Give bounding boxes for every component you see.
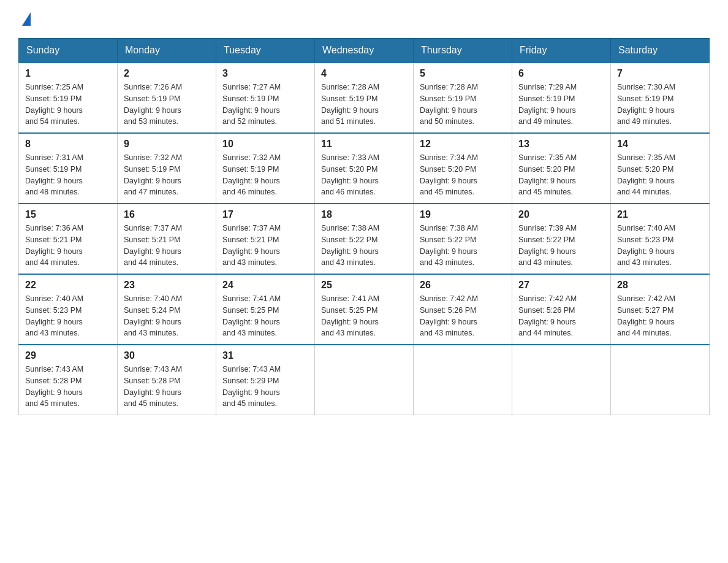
calendar-cell: 9 Sunrise: 7:32 AM Sunset: 5:19 PM Dayli… <box>118 133 216 204</box>
day-info: Sunrise: 7:34 AM Sunset: 5:20 PM Dayligh… <box>420 152 506 198</box>
day-info: Sunrise: 7:39 AM Sunset: 5:22 PM Dayligh… <box>518 223 604 269</box>
calendar-cell: 23 Sunrise: 7:40 AM Sunset: 5:24 PM Dayl… <box>118 274 216 345</box>
day-info: Sunrise: 7:30 AM Sunset: 5:19 PM Dayligh… <box>617 82 703 128</box>
calendar-cell: 7 Sunrise: 7:30 AM Sunset: 5:19 PM Dayli… <box>611 63 710 133</box>
page-header <box>18 12 710 26</box>
day-number: 27 <box>518 280 604 291</box>
calendar-cell: 25 Sunrise: 7:41 AM Sunset: 5:25 PM Dayl… <box>315 274 414 345</box>
column-header-friday: Friday <box>512 39 611 63</box>
day-info: Sunrise: 7:43 AM Sunset: 5:29 PM Dayligh… <box>222 364 308 410</box>
column-header-sunday: Sunday <box>19 39 118 63</box>
day-number: 28 <box>617 280 703 291</box>
calendar-cell: 2 Sunrise: 7:26 AM Sunset: 5:19 PM Dayli… <box>118 63 216 133</box>
day-number: 22 <box>25 280 111 291</box>
logo <box>18 12 36 26</box>
calendar-cell: 21 Sunrise: 7:40 AM Sunset: 5:23 PM Dayl… <box>611 204 710 274</box>
day-number: 2 <box>124 68 210 79</box>
calendar-cell: 14 Sunrise: 7:35 AM Sunset: 5:20 PM Dayl… <box>611 133 710 204</box>
day-number: 11 <box>321 139 407 150</box>
day-info: Sunrise: 7:37 AM Sunset: 5:21 PM Dayligh… <box>124 223 210 269</box>
calendar-cell: 15 Sunrise: 7:36 AM Sunset: 5:21 PM Dayl… <box>19 204 118 274</box>
column-header-monday: Monday <box>118 39 216 63</box>
day-info: Sunrise: 7:36 AM Sunset: 5:21 PM Dayligh… <box>25 223 111 269</box>
day-info: Sunrise: 7:37 AM Sunset: 5:21 PM Dayligh… <box>222 223 308 269</box>
day-info: Sunrise: 7:33 AM Sunset: 5:20 PM Dayligh… <box>321 152 407 198</box>
day-info: Sunrise: 7:41 AM Sunset: 5:25 PM Dayligh… <box>321 293 407 339</box>
day-info: Sunrise: 7:31 AM Sunset: 5:19 PM Dayligh… <box>25 152 111 198</box>
column-header-tuesday: Tuesday <box>216 39 315 63</box>
day-info: Sunrise: 7:32 AM Sunset: 5:19 PM Dayligh… <box>222 152 308 198</box>
day-number: 14 <box>617 139 703 150</box>
day-number: 8 <box>25 139 111 150</box>
week-row-1: 1 Sunrise: 7:25 AM Sunset: 5:19 PM Dayli… <box>19 63 710 133</box>
calendar-cell <box>315 345 414 415</box>
day-number: 17 <box>222 209 308 220</box>
calendar-cell: 19 Sunrise: 7:38 AM Sunset: 5:22 PM Dayl… <box>414 204 512 274</box>
day-number: 21 <box>617 209 703 220</box>
calendar-cell: 30 Sunrise: 7:43 AM Sunset: 5:28 PM Dayl… <box>118 345 216 415</box>
day-number: 24 <box>222 280 308 291</box>
calendar-cell: 10 Sunrise: 7:32 AM Sunset: 5:19 PM Dayl… <box>216 133 315 204</box>
calendar-cell <box>414 345 512 415</box>
day-number: 7 <box>617 68 703 79</box>
day-number: 18 <box>321 209 407 220</box>
logo-triangle-icon <box>22 12 31 26</box>
day-info: Sunrise: 7:42 AM Sunset: 5:26 PM Dayligh… <box>420 293 506 339</box>
day-number: 9 <box>124 139 210 150</box>
day-info: Sunrise: 7:40 AM Sunset: 5:24 PM Dayligh… <box>124 293 210 339</box>
calendar-table: SundayMondayTuesdayWednesdayThursdayFrid… <box>18 38 710 415</box>
calendar-cell: 31 Sunrise: 7:43 AM Sunset: 5:29 PM Dayl… <box>216 345 315 415</box>
day-info: Sunrise: 7:43 AM Sunset: 5:28 PM Dayligh… <box>25 364 111 410</box>
day-info: Sunrise: 7:40 AM Sunset: 5:23 PM Dayligh… <box>617 223 703 269</box>
calendar-cell: 4 Sunrise: 7:28 AM Sunset: 5:19 PM Dayli… <box>315 63 414 133</box>
calendar-cell: 24 Sunrise: 7:41 AM Sunset: 5:25 PM Dayl… <box>216 274 315 345</box>
day-number: 3 <box>222 68 308 79</box>
day-info: Sunrise: 7:25 AM Sunset: 5:19 PM Dayligh… <box>25 82 111 128</box>
day-info: Sunrise: 7:42 AM Sunset: 5:27 PM Dayligh… <box>617 293 703 339</box>
calendar-cell: 28 Sunrise: 7:42 AM Sunset: 5:27 PM Dayl… <box>611 274 710 345</box>
day-number: 26 <box>420 280 506 291</box>
day-number: 16 <box>124 209 210 220</box>
day-number: 5 <box>420 68 506 79</box>
day-info: Sunrise: 7:26 AM Sunset: 5:19 PM Dayligh… <box>124 82 210 128</box>
column-header-saturday: Saturday <box>611 39 710 63</box>
calendar-cell: 3 Sunrise: 7:27 AM Sunset: 5:19 PM Dayli… <box>216 63 315 133</box>
week-row-5: 29 Sunrise: 7:43 AM Sunset: 5:28 PM Dayl… <box>19 345 710 415</box>
day-number: 6 <box>518 68 604 79</box>
day-number: 19 <box>420 209 506 220</box>
calendar-cell: 8 Sunrise: 7:31 AM Sunset: 5:19 PM Dayli… <box>19 133 118 204</box>
day-number: 12 <box>420 139 506 150</box>
column-header-wednesday: Wednesday <box>315 39 414 63</box>
day-info: Sunrise: 7:38 AM Sunset: 5:22 PM Dayligh… <box>420 223 506 269</box>
day-number: 23 <box>124 280 210 291</box>
day-info: Sunrise: 7:29 AM Sunset: 5:19 PM Dayligh… <box>518 82 604 128</box>
week-row-2: 8 Sunrise: 7:31 AM Sunset: 5:19 PM Dayli… <box>19 133 710 204</box>
calendar-cell: 6 Sunrise: 7:29 AM Sunset: 5:19 PM Dayli… <box>512 63 611 133</box>
calendar-cell: 26 Sunrise: 7:42 AM Sunset: 5:26 PM Dayl… <box>414 274 512 345</box>
calendar-cell: 18 Sunrise: 7:38 AM Sunset: 5:22 PM Dayl… <box>315 204 414 274</box>
calendar-cell: 20 Sunrise: 7:39 AM Sunset: 5:22 PM Dayl… <box>512 204 611 274</box>
day-info: Sunrise: 7:40 AM Sunset: 5:23 PM Dayligh… <box>25 293 111 339</box>
week-row-3: 15 Sunrise: 7:36 AM Sunset: 5:21 PM Dayl… <box>19 204 710 274</box>
day-number: 25 <box>321 280 407 291</box>
day-number: 4 <box>321 68 407 79</box>
day-info: Sunrise: 7:28 AM Sunset: 5:19 PM Dayligh… <box>321 82 407 128</box>
calendar-cell: 16 Sunrise: 7:37 AM Sunset: 5:21 PM Dayl… <box>118 204 216 274</box>
calendar-cell: 5 Sunrise: 7:28 AM Sunset: 5:19 PM Dayli… <box>414 63 512 133</box>
calendar-cell <box>611 345 710 415</box>
calendar-cell: 17 Sunrise: 7:37 AM Sunset: 5:21 PM Dayl… <box>216 204 315 274</box>
column-header-thursday: Thursday <box>414 39 512 63</box>
calendar-header-row: SundayMondayTuesdayWednesdayThursdayFrid… <box>19 39 710 63</box>
calendar-cell: 22 Sunrise: 7:40 AM Sunset: 5:23 PM Dayl… <box>19 274 118 345</box>
calendar-cell: 12 Sunrise: 7:34 AM Sunset: 5:20 PM Dayl… <box>414 133 512 204</box>
day-info: Sunrise: 7:41 AM Sunset: 5:25 PM Dayligh… <box>222 293 308 339</box>
day-info: Sunrise: 7:38 AM Sunset: 5:22 PM Dayligh… <box>321 223 407 269</box>
calendar-cell: 13 Sunrise: 7:35 AM Sunset: 5:20 PM Dayl… <box>512 133 611 204</box>
day-info: Sunrise: 7:32 AM Sunset: 5:19 PM Dayligh… <box>124 152 210 198</box>
day-info: Sunrise: 7:35 AM Sunset: 5:20 PM Dayligh… <box>617 152 703 198</box>
day-info: Sunrise: 7:42 AM Sunset: 5:26 PM Dayligh… <box>518 293 604 339</box>
day-number: 29 <box>25 350 111 361</box>
day-number: 20 <box>518 209 604 220</box>
day-number: 1 <box>25 68 111 79</box>
day-info: Sunrise: 7:35 AM Sunset: 5:20 PM Dayligh… <box>518 152 604 198</box>
